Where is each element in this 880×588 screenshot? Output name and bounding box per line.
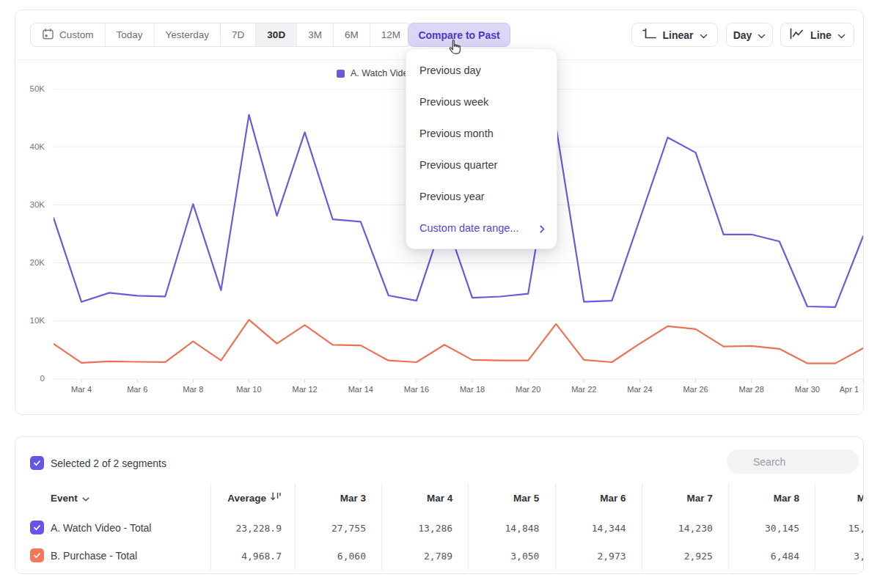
selected-summary: Selected 2 of 2 segments	[51, 457, 166, 470]
x-axis-tick-label: Mar 10	[223, 385, 274, 394]
date-preset-7d[interactable]: 7D	[221, 23, 256, 46]
y-axis-tick-label: 10K	[15, 315, 45, 326]
menu-item-previous-year[interactable]: Previous year	[406, 180, 557, 212]
segment-value-cell: 2,973	[555, 550, 626, 562]
x-axis-tick-label: Mar 12	[279, 385, 331, 394]
segment-value-cell: 15,	[815, 522, 864, 534]
menu-item-previous-month[interactable]: Previous month	[406, 117, 557, 149]
series-line-b	[54, 320, 863, 363]
sort-descending-icon	[271, 492, 282, 501]
x-axis-tick-label: Mar 22	[558, 385, 609, 394]
check-icon	[32, 523, 42, 532]
date-preset-30d[interactable]: 30D	[256, 23, 297, 46]
column-header-date: Mar 5	[468, 492, 539, 504]
column-header-date: M	[815, 492, 864, 504]
date-range-picker: CustomTodayYesterday7D30D3M6M12M	[30, 23, 412, 47]
chevron-down-icon	[837, 29, 846, 41]
segment-value-cell: 14,230	[642, 522, 713, 534]
x-axis-tick-label: Mar 26	[670, 385, 722, 394]
x-axis-tick-label: Apr 1	[807, 385, 859, 394]
line-chart-icon	[789, 28, 804, 42]
x-axis-tick-label: Mar 14	[335, 385, 386, 394]
segment-value-cell: 3,	[815, 550, 864, 562]
date-preset-today[interactable]: Today	[106, 23, 155, 46]
segment-average-value: 4,968.7	[191, 550, 282, 562]
compare-to-past-menu: Previous dayPrevious weekPrevious monthP…	[406, 48, 557, 249]
segment-value-cell: 30,145	[728, 522, 799, 534]
chevron-down-icon	[82, 497, 89, 501]
legend-swatch	[337, 70, 345, 78]
chevron-down-icon	[758, 29, 766, 41]
x-axis-tick-label: Mar 24	[614, 385, 665, 394]
menu-item-previous-day[interactable]: Previous day	[406, 54, 557, 86]
y-axis-tick-label: 30K	[15, 199, 45, 210]
column-header-date: Mar 3	[295, 492, 366, 504]
scale-button-label: Linear	[662, 29, 693, 41]
chevron-right-icon	[540, 224, 545, 235]
date-preset-6m[interactable]: 6M	[334, 23, 370, 46]
scale-dropdown-button[interactable]: Linear	[631, 23, 718, 47]
segment-value-cell: 14,344	[555, 522, 626, 534]
segment-value-cell: 13,286	[381, 522, 452, 534]
search-input[interactable]	[727, 449, 859, 474]
analytics-dashboard: CustomTodayYesterday7D30D3M6M12M Compare…	[0, 0, 880, 588]
x-axis-tick-label: Mar 8	[167, 385, 219, 394]
x-axis-tick-label: Mar 6	[111, 385, 163, 394]
date-preset-12m[interactable]: 12M	[370, 23, 411, 46]
menu-item-custom-date-range[interactable]: Custom date range...	[406, 212, 557, 243]
y-axis-tick-label: 50K	[15, 83, 45, 95]
segment-value-cell: 3,050	[468, 550, 539, 562]
y-axis-tick-label: 40K	[15, 141, 45, 152]
segment-checkbox[interactable]	[30, 521, 44, 534]
linear-scale-icon	[642, 28, 656, 42]
select-all-checkbox[interactable]	[30, 456, 44, 470]
x-axis-tick-label: Mar 20	[502, 385, 554, 394]
column-header-event[interactable]: Event	[51, 492, 89, 504]
x-axis-tick-label: Mar 18	[447, 385, 498, 394]
x-axis-tick-label: Mar 4	[56, 385, 107, 394]
date-preset-custom[interactable]: Custom	[31, 23, 106, 46]
menu-item-previous-week[interactable]: Previous week	[406, 86, 557, 117]
calendar-icon	[42, 28, 54, 40]
segment-row-label: B. Purchase - Total	[51, 549, 137, 562]
chart-type-button-label: Line	[810, 29, 832, 41]
segment-value-cell: 27,755	[295, 522, 366, 534]
granularity-button-label: Day	[733, 29, 752, 41]
y-axis-tick-label: 20K	[15, 257, 45, 268]
segment-value-cell: 6,484	[728, 550, 799, 562]
segment-value-cell: 2,925	[642, 550, 713, 562]
segment-value-cell: 2,789	[381, 550, 452, 562]
column-header-date: Mar 7	[642, 492, 713, 504]
hand-cursor-icon	[447, 39, 463, 58]
segment-value-cell: 14,848	[468, 522, 539, 534]
x-axis-tick-label: Mar 16	[391, 385, 442, 394]
date-preset-3m[interactable]: 3M	[297, 23, 334, 46]
column-header-date: Mar 6	[555, 492, 626, 504]
column-header-average[interactable]: Average	[191, 492, 282, 504]
segment-checkbox[interactable]	[30, 548, 44, 562]
chart-type-dropdown-button[interactable]: Line	[780, 23, 854, 47]
date-preset-yesterday[interactable]: Yesterday	[155, 23, 221, 46]
segment-average-value: 23,228.9	[191, 522, 282, 534]
segment-row-label: A. Watch Video - Total	[51, 521, 151, 534]
granularity-dropdown-button[interactable]: Day	[726, 23, 773, 47]
column-header-date: Mar 4	[381, 492, 452, 504]
x-axis-tick-label: Mar 28	[726, 385, 777, 394]
y-axis-tick-label: 0	[15, 372, 45, 384]
segment-value-cell: 6,060	[295, 550, 366, 562]
column-header-date: Mar 8	[728, 492, 799, 504]
chevron-down-icon	[700, 29, 708, 41]
segments-panel: Selected 2 of 2 segments EventAverageMar…	[15, 436, 864, 574]
check-icon	[32, 551, 42, 560]
menu-item-previous-quarter[interactable]: Previous quarter	[406, 149, 557, 180]
